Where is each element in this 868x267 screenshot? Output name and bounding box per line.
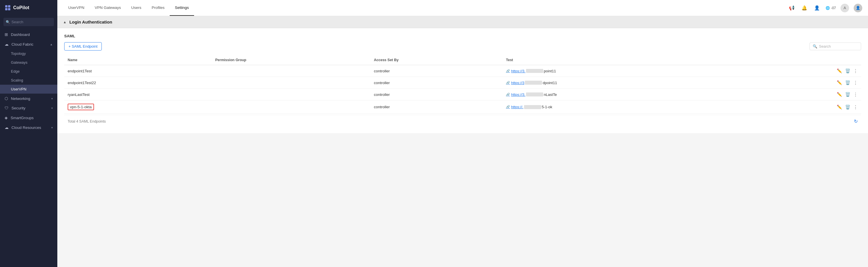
sidebar-item-smartgroups[interactable]: ◈ SmartGroups xyxy=(0,113,57,123)
sidebar-item-label: Dashboard xyxy=(11,32,53,37)
sidebar-item-topology[interactable]: Topology xyxy=(0,49,57,58)
refresh-icon[interactable]: ↻ xyxy=(854,118,858,124)
col-name: Name xyxy=(64,55,212,65)
sidebar-item-cloud-resources[interactable]: ☁ Cloud Resources ▾ xyxy=(0,123,57,132)
test-link[interactable]: 🔗 https://3. xyxy=(506,92,525,97)
sidebar-item-label: Networking xyxy=(11,97,49,101)
chevron-down-icon: ▾ xyxy=(51,97,53,100)
chevron-up-icon: ▲ xyxy=(50,43,53,46)
tab-users[interactable]: Users xyxy=(126,0,147,16)
saml-label: SAML xyxy=(64,34,861,38)
name-cell: ryanLastTest xyxy=(64,89,212,101)
collapse-icon[interactable]: ▲ xyxy=(63,20,66,24)
sidebar-search-input[interactable] xyxy=(3,18,54,26)
test-link[interactable]: 🔗 https://. xyxy=(506,105,523,109)
tab-vpn-gateways[interactable]: VPN Gateways xyxy=(89,0,126,16)
name-cell: endpoint1Test xyxy=(64,65,212,77)
sidebar-item-uservpn[interactable]: UserVPN xyxy=(0,85,57,94)
delete-icon[interactable]: 🗑️ xyxy=(845,92,850,97)
name-cell: endpoint1Test22 xyxy=(64,77,212,89)
svg-rect-1 xyxy=(8,5,10,7)
table-row: ryanLastTestcontroller 🔗 https://3. nLas… xyxy=(64,89,861,101)
tab-uservpn[interactable]: UserVPN xyxy=(63,0,89,16)
tab-profiles[interactable]: Profiles xyxy=(147,0,170,16)
edit-icon[interactable]: ✏️ xyxy=(837,80,842,85)
tab-bar: UserVPN VPN Gateways Users Profiles Sett… xyxy=(63,0,194,16)
sidebar-search-wrap[interactable]: 🔍 xyxy=(3,18,54,26)
more-icon[interactable]: ⋮ xyxy=(854,68,858,74)
svg-rect-2 xyxy=(5,8,7,10)
sidebar-item-cloud-fabric[interactable]: ☁ Cloud Fabric ▲ xyxy=(0,39,57,49)
test-cell: 🔗 https://3 dpoint11 xyxy=(502,77,745,89)
test-cell: 🔗 https://3. nLastTe xyxy=(502,89,745,101)
avatar[interactable]: A xyxy=(840,4,849,12)
sidebar-item-networking[interactable]: ⬡ Networking ▾ xyxy=(0,94,57,103)
user-avatar[interactable]: 👤 xyxy=(854,4,862,12)
edit-icon[interactable]: ✏️ xyxy=(837,105,842,110)
chevron-down-icon: ▾ xyxy=(51,126,53,129)
globe-icon: 🌐 xyxy=(826,6,830,10)
test-url-suffix: 5-1-ok xyxy=(542,105,552,109)
saml-table: Name Permission Group Access Set By Test… xyxy=(64,55,861,114)
tab-settings[interactable]: Settings xyxy=(170,0,194,16)
actions-cell: ✏️ 🗑️ ⋮ xyxy=(745,89,861,101)
access-set-by-cell: controller xyxy=(370,89,502,101)
section-header: ▲ Login Authentication xyxy=(57,16,868,28)
external-link-icon: 🔗 xyxy=(506,81,510,85)
saml-top-row: + SAML Endpoint 🔍 xyxy=(64,42,861,51)
col-access-set-by: Access Set By xyxy=(370,55,502,65)
external-link-icon: 🔗 xyxy=(506,69,510,73)
announcement-icon[interactable]: 📢 xyxy=(788,4,796,12)
test-url-prefix: https://3. xyxy=(511,69,525,73)
table-row: vpn-5-1-oktacontroller 🔗 https://. 5-1-o… xyxy=(64,101,861,114)
edit-icon[interactable]: ✏️ xyxy=(837,68,842,74)
test-link[interactable]: 🔗 https://3 xyxy=(506,81,524,85)
sidebar-item-edge[interactable]: Edge xyxy=(0,67,57,76)
bell-icon[interactable]: 🔔 xyxy=(800,4,808,12)
sidebar-item-dashboard[interactable]: ⊞ Dashboard xyxy=(0,30,57,39)
sidebar-item-gateways[interactable]: Gateways xyxy=(0,58,57,67)
sidebar-item-security[interactable]: 🛡 Security ▾ xyxy=(0,103,57,113)
test-link[interactable]: 🔗 https://3. xyxy=(506,69,525,73)
table-footer: Total 4 SAML Endpoints ↻ xyxy=(64,115,861,128)
delete-icon[interactable]: 🗑️ xyxy=(845,105,850,110)
actions-cell: ✏️ 🗑️ ⋮ xyxy=(745,101,861,114)
permission-group-cell xyxy=(212,101,371,114)
dashboard-icon: ⊞ xyxy=(5,32,8,37)
edit-icon[interactable]: ✏️ xyxy=(837,92,842,97)
external-link-icon: 🔗 xyxy=(506,105,510,109)
delete-icon[interactable]: 🗑️ xyxy=(845,68,850,74)
sidebar: CoPilot 🔍 ⊞ Dashboard ☁ Cloud Fabric ▲ T… xyxy=(0,0,57,267)
more-icon[interactable]: ⋮ xyxy=(854,105,858,110)
search-input[interactable] xyxy=(819,44,858,49)
actions-cell: ✏️ 🗑️ ⋮ xyxy=(745,77,861,89)
shield-icon: 🛡 xyxy=(5,106,9,110)
col-permission-group: Permission Group xyxy=(212,55,371,65)
svg-rect-3 xyxy=(8,8,10,10)
access-set-by-cell: controller xyxy=(370,77,502,89)
user-plus-icon[interactable]: 👤 xyxy=(813,4,821,12)
test-url-suffix: nLastTe xyxy=(544,92,557,97)
add-saml-endpoint-button[interactable]: + SAML Endpoint xyxy=(64,42,102,51)
cloud-resources-icon: ☁ xyxy=(5,125,9,130)
blurred-url xyxy=(526,69,543,73)
more-icon[interactable]: ⋮ xyxy=(854,92,858,97)
test-url-prefix: https://3. xyxy=(511,92,525,97)
sidebar-item-scaling[interactable]: Scaling xyxy=(0,76,57,85)
edge-label: Edge xyxy=(11,69,20,74)
section-title: Login Authentication xyxy=(69,20,112,24)
timezone-display[interactable]: 🌐 -07 xyxy=(826,6,836,10)
table-row: endpoint1Testcontroller 🔗 https://3. poi… xyxy=(64,65,861,77)
test-url-prefix: https://3 xyxy=(511,81,524,85)
actions-cell: ✏️ 🗑️ ⋮ xyxy=(745,65,861,77)
test-url-prefix: https://. xyxy=(511,105,523,109)
delete-icon[interactable]: 🗑️ xyxy=(845,80,850,85)
permission-group-cell xyxy=(212,65,371,77)
sidebar-item-label: SmartGroups xyxy=(10,116,53,120)
table-row: endpoint1Test22controller 🔗 https://3 dp… xyxy=(64,77,861,89)
search-box[interactable]: 🔍 xyxy=(809,43,861,50)
logo-icon xyxy=(5,5,11,11)
more-icon[interactable]: ⋮ xyxy=(854,80,858,85)
permission-group-cell xyxy=(212,89,371,101)
access-set-by-cell: controller xyxy=(370,101,502,114)
